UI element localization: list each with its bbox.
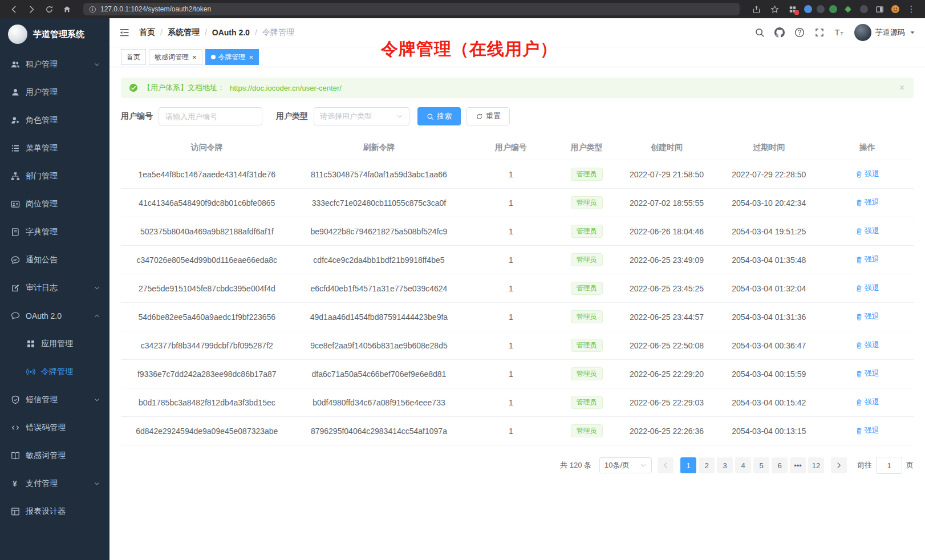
user-id-cell: 1 bbox=[465, 217, 557, 246]
tab-sensitive-word[interactable]: 敏感词管理× bbox=[149, 49, 202, 65]
next-page-button[interactable] bbox=[831, 457, 847, 473]
force-logout-button[interactable]: 强退 bbox=[855, 425, 879, 436]
force-logout-button[interactable]: 强退 bbox=[855, 254, 879, 265]
user-type-cell: 管理员 bbox=[557, 160, 616, 189]
sidebar-item-audit-log[interactable]: 审计日志 bbox=[0, 274, 109, 302]
pager-page-2[interactable]: 2 bbox=[699, 457, 715, 473]
force-logout-button[interactable]: 强退 bbox=[855, 169, 879, 179]
close-tab-icon[interactable]: × bbox=[249, 54, 254, 61]
force-logout-button[interactable]: 强退 bbox=[855, 340, 879, 350]
sidebar-item-menu[interactable]: 菜单管理 bbox=[0, 134, 109, 162]
tab-home[interactable]: 首页 bbox=[121, 49, 146, 65]
sidebar-item-post[interactable]: 岗位管理 bbox=[0, 190, 109, 218]
user-id-cell: 1 bbox=[465, 160, 557, 189]
user-id-cell: 1 bbox=[465, 417, 557, 445]
alert-close-icon[interactable]: × bbox=[899, 83, 904, 92]
pager-page-1[interactable]: 1 bbox=[680, 457, 696, 473]
sidebar-item-report-designer[interactable]: 报表设计器 bbox=[0, 497, 109, 525]
share-icon[interactable] bbox=[749, 2, 763, 16]
user-type-cell: 管理员 bbox=[557, 217, 616, 246]
sidebar-item-notice[interactable]: 通知公告 bbox=[0, 246, 109, 274]
github-icon[interactable] bbox=[774, 27, 785, 38]
alert-doc-link[interactable]: https://doc.iocoder.cn/user-center/ bbox=[230, 84, 342, 92]
split-view-icon[interactable] bbox=[873, 2, 886, 16]
search-button[interactable]: 搜索 bbox=[417, 107, 461, 125]
user-type-select[interactable]: 请选择用户类型 bbox=[314, 107, 409, 125]
breadcrumb-item[interactable]: 系统管理 bbox=[168, 27, 200, 38]
pager-page-6[interactable]: 6 bbox=[772, 457, 788, 473]
user-menu[interactable]: 芋道源码 bbox=[854, 24, 916, 41]
sidebar-item-tenant[interactable]: 租户管理 bbox=[0, 50, 109, 78]
force-logout-label: 强退 bbox=[865, 283, 879, 293]
sidebar-item-error-code[interactable]: 错误码管理 bbox=[0, 413, 109, 441]
page-size-select[interactable]: 10条/页 bbox=[599, 457, 652, 473]
sidebar-item-sms[interactable]: 短信管理 bbox=[0, 385, 109, 413]
force-logout-button[interactable]: 强退 bbox=[855, 226, 879, 236]
force-logout-button[interactable]: 强退 bbox=[855, 197, 879, 208]
table-row: 6d842e2924594de9a09e45e087323abe8796295f… bbox=[121, 417, 914, 445]
yen-icon: ¥ bbox=[11, 479, 20, 488]
search-button-label: 搜索 bbox=[437, 111, 452, 121]
extension-icon-blue[interactable] bbox=[804, 5, 812, 13]
fullscreen-icon[interactable] bbox=[814, 27, 825, 38]
sidebar-item-oauth2[interactable]: OAuth 2.0 bbox=[0, 302, 109, 330]
badge-icon bbox=[11, 200, 20, 209]
browser-back-icon[interactable] bbox=[7, 2, 21, 16]
tab-label: 敏感词管理 bbox=[155, 52, 189, 62]
breadcrumb-separator: / bbox=[255, 28, 257, 37]
pager-page-4[interactable]: 4 bbox=[735, 457, 751, 473]
force-logout-button[interactable]: 强退 bbox=[855, 397, 879, 407]
reset-button[interactable]: 重置 bbox=[466, 107, 510, 125]
breadcrumb-item[interactable]: OAuth 2.0 bbox=[212, 28, 250, 37]
address-bar[interactable]: 127.0.0.1:1024/system/oauth2/token bbox=[83, 3, 740, 15]
puzzle-extension-icon[interactable] bbox=[842, 2, 855, 16]
help-icon[interactable] bbox=[794, 27, 805, 38]
font-size-icon[interactable]: TT bbox=[834, 27, 845, 38]
extensions-icon[interactable] bbox=[786, 2, 800, 16]
chevron-left-icon bbox=[662, 462, 669, 469]
profile-avatar-icon[interactable] bbox=[891, 5, 900, 14]
prev-page-button[interactable] bbox=[658, 457, 674, 473]
extension-icon-green[interactable] bbox=[829, 5, 837, 13]
pager-page-12[interactable]: 12 bbox=[808, 457, 824, 473]
browser-menu-icon[interactable]: ⋮ bbox=[904, 2, 918, 16]
chevron-down-icon bbox=[94, 480, 100, 487]
chevron-down-icon bbox=[94, 396, 100, 403]
goto-page-input[interactable] bbox=[876, 457, 902, 474]
site-info-icon[interactable] bbox=[89, 6, 96, 13]
force-logout-button[interactable]: 强退 bbox=[855, 283, 879, 293]
sidebar-item-oauth2-app[interactable]: 应用管理 bbox=[0, 330, 109, 358]
sidebar-collapse-icon[interactable] bbox=[119, 27, 130, 38]
force-logout-button[interactable]: 强退 bbox=[855, 311, 879, 322]
sidebar-item-pay[interactable]: ¥支付管理 bbox=[0, 469, 109, 497]
browser-forward-icon[interactable] bbox=[25, 2, 38, 16]
pager-more-button[interactable]: ••• bbox=[790, 457, 806, 473]
sidebar-item-dict[interactable]: 字典管理 bbox=[0, 218, 109, 246]
extension-icon-dark-2[interactable] bbox=[860, 5, 868, 13]
force-logout-button[interactable]: 强退 bbox=[855, 368, 879, 379]
sidebar-item-role[interactable]: 角色管理 bbox=[0, 106, 109, 134]
browser-reload-icon[interactable] bbox=[42, 2, 56, 16]
sidebar-item-sensitive-word[interactable]: 敏感词管理 bbox=[0, 441, 109, 469]
bookmark-star-icon[interactable] bbox=[768, 2, 781, 16]
search-icon[interactable] bbox=[754, 27, 765, 38]
column-header: 创建时间 bbox=[616, 136, 717, 160]
column-header: 访问令牌 bbox=[121, 136, 293, 160]
sidebar-item-oauth2-token[interactable]: 令牌管理 bbox=[0, 358, 109, 385]
user-id-input[interactable] bbox=[159, 107, 262, 125]
alert-text: 【用户体系】文档地址： bbox=[143, 83, 225, 93]
reset-button-label: 重置 bbox=[486, 111, 501, 121]
pager-page-5[interactable]: 5 bbox=[753, 457, 769, 473]
trash-icon bbox=[855, 256, 863, 263]
browser-home-icon[interactable] bbox=[60, 2, 74, 16]
user-type-cell: 管理员 bbox=[557, 246, 616, 274]
extension-icon-dark[interactable] bbox=[817, 5, 825, 13]
trash-icon bbox=[855, 427, 863, 435]
tab-token[interactable]: 令牌管理× bbox=[205, 49, 259, 65]
header-actions: TT 芋道源码 bbox=[754, 24, 916, 41]
close-tab-icon[interactable]: × bbox=[192, 54, 197, 61]
sidebar-item-user[interactable]: 用户管理 bbox=[0, 78, 109, 106]
pager-page-3[interactable]: 3 bbox=[717, 457, 733, 473]
breadcrumb-item[interactable]: 首页 bbox=[139, 27, 155, 38]
sidebar-item-dept[interactable]: 部门管理 bbox=[0, 162, 109, 190]
